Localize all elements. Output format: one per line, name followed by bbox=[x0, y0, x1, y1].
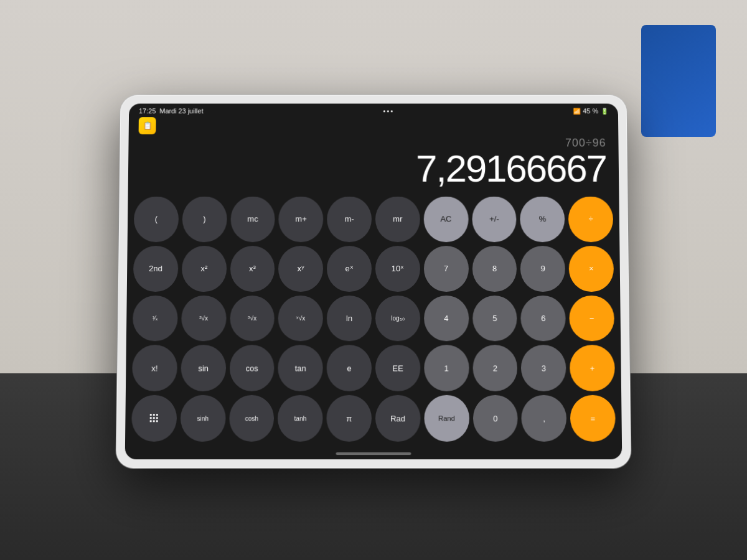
wifi-icon: 📶 bbox=[573, 108, 580, 114]
memory-minus-button[interactable]: m- bbox=[327, 197, 372, 242]
ipad-wrapper: 17:25 Mardi 23 juillet 📶 45 % 🔋 bbox=[116, 95, 631, 469]
cosh-button[interactable]: cosh bbox=[229, 395, 275, 442]
pi-button[interactable]: π bbox=[327, 395, 372, 442]
notes-icon[interactable]: 📋 bbox=[139, 117, 156, 134]
rand-button[interactable]: Rand bbox=[424, 395, 469, 442]
home-indicator bbox=[125, 448, 622, 459]
svg-rect-6 bbox=[150, 420, 152, 422]
result: 7,29166667 bbox=[141, 149, 607, 187]
yroot-button[interactable]: ʸ√x bbox=[278, 296, 323, 342]
status-center bbox=[383, 110, 393, 112]
svg-rect-3 bbox=[150, 417, 152, 419]
equals-button[interactable]: = bbox=[570, 395, 616, 442]
dot3 bbox=[391, 110, 393, 112]
svg-rect-5 bbox=[156, 417, 158, 419]
reciprocal-button[interactable]: ¹⁄ₓ bbox=[133, 296, 178, 342]
svg-rect-8 bbox=[156, 420, 158, 422]
memory-plus-button[interactable]: m+ bbox=[279, 197, 324, 242]
scene: 17:25 Mardi 23 juillet 📶 45 % 🔋 bbox=[0, 0, 747, 560]
ipad-screen: 17:25 Mardi 23 juillet 📶 45 % 🔋 bbox=[125, 104, 622, 460]
seven-button[interactable]: 7 bbox=[424, 246, 469, 292]
dot1 bbox=[383, 110, 385, 112]
ee-button[interactable]: EE bbox=[375, 345, 420, 391]
five-button[interactable]: 5 bbox=[472, 296, 517, 342]
zero-button[interactable]: 0 bbox=[472, 395, 518, 442]
exp-button[interactable]: eˣ bbox=[327, 246, 372, 292]
tanh-button[interactable]: tanh bbox=[278, 395, 323, 442]
button-grid: ()mcm+m-mrAC+/-%÷2ndx²x³xʸeˣ10ˣ789×¹⁄ₓ²√… bbox=[125, 193, 622, 448]
tan-button[interactable]: tan bbox=[278, 345, 323, 391]
memory-recall-button[interactable]: mr bbox=[375, 197, 420, 242]
two-button[interactable]: 2 bbox=[472, 345, 518, 391]
status-bar: 17:25 Mardi 23 juillet 📶 45 % 🔋 bbox=[129, 104, 618, 116]
svg-rect-4 bbox=[153, 417, 155, 419]
dot2 bbox=[387, 110, 389, 112]
date: Mardi 23 juillet bbox=[159, 107, 203, 114]
factorial-button[interactable]: x! bbox=[132, 345, 177, 391]
battery-icon: 🔋 bbox=[601, 108, 608, 114]
eight-button[interactable]: 8 bbox=[472, 246, 517, 292]
nine-button[interactable]: 9 bbox=[520, 246, 565, 292]
log10-button[interactable]: log₁₀ bbox=[375, 296, 420, 342]
battery: 45 % bbox=[583, 107, 598, 114]
four-button[interactable]: 4 bbox=[424, 296, 469, 342]
status-right: 📶 45 % 🔋 bbox=[573, 107, 608, 114]
all-clear-button[interactable]: AC bbox=[423, 197, 468, 242]
close-paren-button[interactable]: ) bbox=[182, 197, 227, 242]
divide-button[interactable]: ÷ bbox=[568, 197, 613, 242]
add-button[interactable]: + bbox=[570, 345, 615, 391]
ln-button[interactable]: ln bbox=[327, 296, 372, 342]
cbrt-button[interactable]: ³√x bbox=[230, 296, 275, 342]
three-button[interactable]: 3 bbox=[521, 345, 566, 391]
calculator-display: 700÷96 7,29166667 bbox=[128, 137, 619, 193]
open-paren-button[interactable]: ( bbox=[134, 197, 179, 242]
keypad-icon-button[interactable] bbox=[131, 395, 177, 442]
time: 17:25 bbox=[139, 107, 156, 114]
six-button[interactable]: 6 bbox=[521, 296, 566, 342]
status-left: 17:25 Mardi 23 juillet bbox=[139, 107, 204, 114]
euler-button[interactable]: e bbox=[327, 345, 372, 391]
percent-button[interactable]: % bbox=[520, 197, 565, 242]
second-button[interactable]: 2nd bbox=[133, 246, 179, 292]
sin-button[interactable]: sin bbox=[181, 345, 226, 391]
ten-power-button[interactable]: 10ˣ bbox=[375, 246, 420, 292]
rad-button[interactable]: Rad bbox=[375, 395, 420, 442]
svg-rect-0 bbox=[150, 414, 152, 416]
one-button[interactable]: 1 bbox=[424, 345, 469, 391]
svg-rect-7 bbox=[153, 420, 155, 422]
decimal-button[interactable]: , bbox=[522, 395, 567, 442]
app-bar: 📋 bbox=[129, 116, 619, 136]
memory-clear-button[interactable]: mc bbox=[230, 197, 275, 242]
multiply-button[interactable]: × bbox=[569, 246, 614, 292]
svg-rect-2 bbox=[156, 414, 158, 416]
square-button[interactable]: x² bbox=[182, 246, 227, 292]
ipad-device: 17:25 Mardi 23 juillet 📶 45 % 🔋 bbox=[116, 95, 631, 469]
sqrt-button[interactable]: ²√x bbox=[181, 296, 227, 342]
background-decoration bbox=[641, 25, 716, 137]
cube-button[interactable]: x³ bbox=[230, 246, 275, 292]
subtract-button[interactable]: − bbox=[569, 296, 614, 342]
svg-rect-1 bbox=[153, 414, 155, 416]
home-bar bbox=[336, 452, 411, 455]
sinh-button[interactable]: sinh bbox=[180, 395, 225, 442]
plus-minus-button[interactable]: +/- bbox=[472, 197, 517, 242]
power-button[interactable]: xʸ bbox=[278, 246, 323, 292]
cos-button[interactable]: cos bbox=[229, 345, 275, 391]
